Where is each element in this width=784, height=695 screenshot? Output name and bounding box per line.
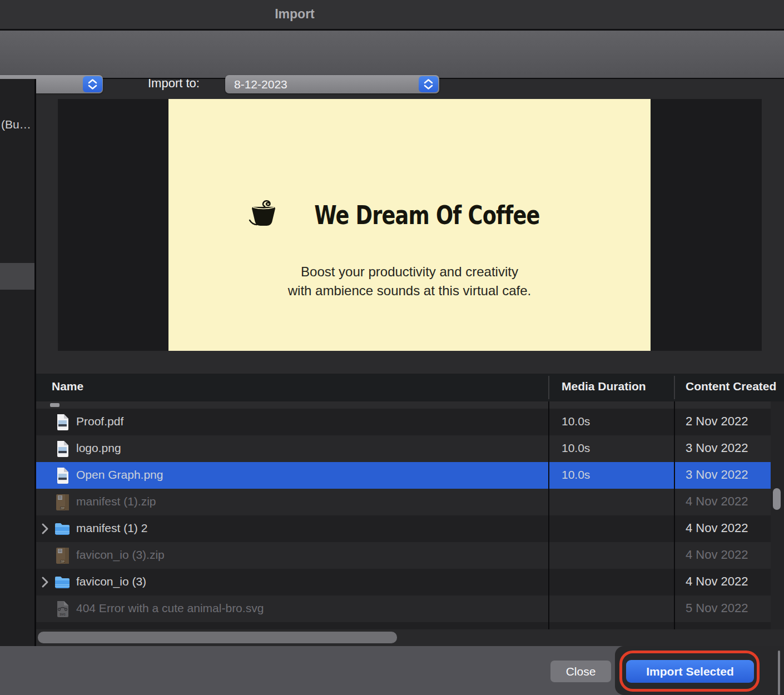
horizontal-scrollbar-thumb[interactable] bbox=[38, 632, 397, 643]
import-to-value: 8-12-2023 bbox=[234, 78, 287, 91]
vertical-scrollbar-thumb[interactable] bbox=[773, 488, 781, 510]
horizontal-scrollbar[interactable] bbox=[36, 629, 784, 646]
table-row[interactable]: ZIP manifest (1).zip 4 Nov 2022 bbox=[36, 489, 784, 515]
svg-text:ZIP: ZIP bbox=[60, 560, 64, 563]
preview-filmstrip: We Dream Of Coffee Boost your productivi… bbox=[58, 99, 762, 351]
sidebar: (Bu… bbox=[0, 79, 34, 646]
column-header-name[interactable]: Name bbox=[52, 380, 83, 393]
image-document-icon bbox=[54, 466, 71, 484]
svg-text:ZIP: ZIP bbox=[60, 507, 64, 509]
folder-icon bbox=[54, 520, 71, 538]
header-divider[interactable] bbox=[674, 376, 675, 399]
import-toolbar: Import to: 8-12-2023 bbox=[0, 31, 784, 79]
stepper-arrows-icon bbox=[419, 76, 438, 92]
preview-image: We Dream Of Coffee Boost your productivi… bbox=[168, 99, 651, 351]
import-to-label: Import to: bbox=[148, 76, 200, 91]
column-divider bbox=[674, 401, 675, 629]
zip-archive-icon: ZIP bbox=[54, 547, 71, 564]
table-row[interactable]: favicon_io (3) 4 Nov 2022 bbox=[36, 569, 784, 595]
stepper-arrows-icon bbox=[83, 76, 102, 92]
table-row-clipped-top bbox=[36, 401, 784, 409]
coffee-cup-icon bbox=[248, 199, 278, 230]
window-title: Import bbox=[239, 7, 350, 22]
preview-title-row: We Dream Of Coffee bbox=[168, 199, 651, 230]
preview-subtitle: Boost your productivity and creativity w… bbox=[168, 262, 651, 300]
disclosure-chevron-icon[interactable] bbox=[41, 523, 49, 537]
table-row-clipped-bottom bbox=[36, 622, 784, 629]
import-to-dropdown[interactable]: 8-12-2023 bbox=[225, 75, 439, 93]
image-document-icon bbox=[54, 413, 71, 431]
zip-archive-icon: ZIP bbox=[54, 493, 71, 511]
svg-document-icon: SVG bbox=[54, 600, 71, 618]
import-dialog: Import Import to: 8-12-2023 (Bu… bbox=[0, 0, 784, 695]
table-row[interactable]: ZIP favicon_io (3).zip 4 Nov 2022 bbox=[36, 542, 784, 569]
table-row[interactable]: manifest (1) 2 4 Nov 2022 bbox=[36, 515, 784, 542]
import-selected-button[interactable]: Import Selected bbox=[626, 660, 754, 683]
column-divider bbox=[548, 401, 549, 629]
clipped-icon-fragment bbox=[50, 403, 59, 407]
file-list: Proof.pdf 10.0s 2 Nov 2022 logo.png 10.0… bbox=[36, 401, 784, 629]
table-header: Name Media Duration Content Created bbox=[36, 374, 784, 401]
vertical-scrollbar[interactable] bbox=[771, 401, 784, 629]
column-header-content-created[interactable]: Content Created bbox=[686, 380, 776, 393]
folder-icon bbox=[54, 573, 71, 591]
image-document-icon bbox=[54, 440, 71, 458]
sidebar-item-truncated[interactable]: (Bu… bbox=[1, 118, 31, 131]
column-header-media-duration[interactable]: Media Duration bbox=[562, 380, 646, 393]
close-button[interactable]: Close bbox=[550, 661, 611, 682]
table-row[interactable]: Proof.pdf 10.0s 2 Nov 2022 bbox=[36, 409, 784, 435]
svg-text:SVG: SVG bbox=[59, 613, 66, 616]
disclosure-chevron-icon[interactable] bbox=[41, 576, 49, 590]
table-row[interactable]: SVG 404 Error with a cute animal-bro.svg… bbox=[36, 595, 784, 622]
table-row[interactable]: logo.png 10.0s 3 Nov 2022 bbox=[36, 435, 784, 462]
sidebar-item-highlighted[interactable] bbox=[0, 263, 34, 290]
window-edge-highlight bbox=[778, 651, 780, 695]
preview-title: We Dream Of Coffee bbox=[314, 200, 539, 230]
title-bar: Import bbox=[0, 0, 784, 31]
table-row-selected[interactable]: Open Graph.png 10.0s 3 Nov 2022 bbox=[36, 462, 784, 489]
header-divider[interactable] bbox=[548, 376, 549, 399]
